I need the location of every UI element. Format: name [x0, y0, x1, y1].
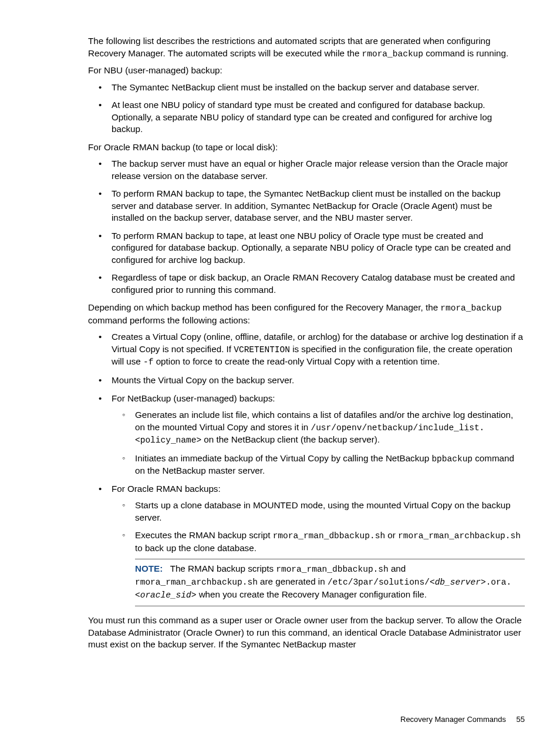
code-inline: <oracle_sid> [135, 590, 196, 600]
list-item: For NetBackup (user-managed) backups: Ge… [88, 393, 525, 477]
nbu-list: The Symantec NetBackup client must be in… [88, 82, 525, 136]
actions-list: Creates a Virtual Copy (online, offline,… [88, 331, 525, 606]
text: command performs the following actions: [88, 315, 250, 325]
list-item: Initiates an immediate backup of the Vir… [112, 453, 525, 477]
rman-list: The backup server must have an equal or … [88, 158, 525, 296]
text: For NetBackup (user-managed) backups: [112, 393, 275, 403]
text: option to force to create the read-only … [153, 356, 440, 366]
code-inline: rmora_backup [362, 49, 423, 59]
depending-paragraph: Depending on which backup method has bee… [88, 302, 525, 326]
code-inline: rmora_rman_archbackup.sh [135, 578, 258, 587]
code-inline: rmora_rman_dbbackup.sh [273, 531, 385, 541]
footer-title: Recovery Manager Commands [400, 715, 506, 724]
page-content: The following list describes the restric… [0, 0, 560, 679]
list-item: Regardless of tape or disk backup, an Or… [88, 272, 525, 296]
code-inline: <db_server> [430, 578, 486, 587]
text: Executes the RMAN backup script [135, 530, 273, 540]
nbu-heading: For NBU (user-managed) backup: [88, 65, 525, 77]
text: or [385, 530, 398, 540]
text: Depending on which backup method has bee… [88, 302, 440, 312]
note-label: NOTE: [135, 563, 163, 573]
list-item: Executes the RMAN backup script rmora_rm… [112, 529, 525, 606]
list-item: To perform RMAN backup to tape, the Syma… [88, 188, 525, 224]
rman-heading: For Oracle RMAN backup (to tape or local… [88, 141, 525, 154]
text: For Oracle RMAN backups: [112, 484, 221, 494]
text: are generated in [258, 576, 328, 586]
list-item: Starts up a clone database in MOUNTED mo… [112, 499, 525, 524]
footer-page-number: 55 [517, 715, 525, 724]
text: on the NetBackup client (the backup serv… [201, 434, 380, 444]
text: and [389, 563, 406, 573]
text: The RMAN backup scripts [170, 563, 276, 573]
note-box: NOTE: The RMAN backup scripts rmora_rman… [135, 559, 525, 606]
page-footer: Recovery Manager Commands 55 [400, 715, 525, 724]
list-item: Generates an include list file, which co… [112, 409, 525, 447]
final-paragraph: You must run this command as a super use… [88, 615, 525, 651]
text: Initiates an immediate backup of the Vir… [135, 453, 431, 463]
list-item: The Symantec NetBackup client must be in… [88, 82, 525, 94]
list-item: For Oracle RMAN backups: Starts up a clo… [88, 483, 525, 606]
code-inline: VCRETENTION [234, 345, 290, 355]
list-item: The backup server must have an equal or … [88, 158, 525, 182]
sub-list: Generates an include list file, which co… [112, 409, 525, 477]
code-inline: rmora_rman_dbbackup.sh [276, 565, 388, 574]
text: command is running. [423, 48, 508, 58]
code-inline: /etc/3par/solutions/ [328, 578, 430, 587]
code-inline: -f [143, 357, 153, 367]
list-item: Creates a Virtual Copy (online, offline,… [88, 331, 525, 369]
text: to back up the clone database. [135, 543, 257, 553]
code-inline: bpbackup [431, 454, 473, 464]
intro-paragraph: The following list describes the restric… [88, 35, 525, 60]
list-item: At least one NBU policy of standard type… [88, 99, 525, 136]
code-inline: rmora_rman_archbackup.sh [398, 531, 521, 541]
code-inline: rmora_backup [440, 303, 501, 313]
list-item: Mounts the Virtual Copy on the backup se… [88, 374, 525, 387]
text: when you create the Recovery Manager con… [196, 589, 427, 599]
list-item: To perform RMAN backup to tape, at least… [88, 230, 525, 266]
code-inline: .ora. [486, 578, 512, 587]
sub-list: Starts up a clone database in MOUNTED mo… [112, 499, 525, 606]
